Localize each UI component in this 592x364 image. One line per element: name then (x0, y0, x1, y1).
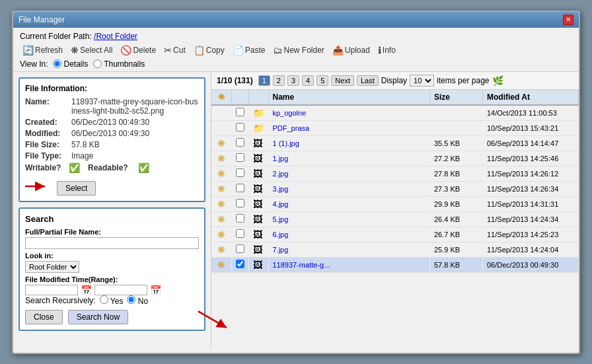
col-name-header[interactable]: Name (268, 90, 430, 105)
select-button[interactable]: Select (57, 181, 96, 196)
view-details-radio[interactable] (53, 59, 61, 68)
row-snowflake-icon[interactable]: ❋ (217, 138, 225, 149)
row-checkbox-cell[interactable] (231, 135, 248, 151)
next-page-button[interactable]: Next (331, 75, 354, 86)
row-checkbox[interactable] (236, 168, 244, 177)
row-checkbox-cell[interactable] (231, 120, 248, 135)
row-snowflake-icon[interactable]: ❋ (217, 260, 225, 270)
row-size-cell: 57.8 KB (430, 257, 483, 272)
title-bar: File Manager ✕ (13, 12, 579, 28)
recursive-yes-radio[interactable] (100, 295, 108, 304)
row-name-cell[interactable]: 4.jpg (268, 196, 430, 211)
view-thumbnails-label[interactable]: Thumbnails (93, 59, 145, 69)
row-checkbox[interactable] (236, 138, 244, 147)
row-checkbox[interactable] (236, 260, 244, 268)
file-info-box: File Information: Name: 118937-matte-gre… (18, 77, 205, 202)
row-checkbox[interactable] (236, 244, 244, 253)
refresh-button[interactable]: 🔄 Refresh (20, 44, 65, 57)
view-details-label[interactable]: Details (53, 59, 88, 69)
row-snowflake-icon[interactable]: ❋ (217, 244, 225, 255)
row-checkbox-cell[interactable] (231, 166, 248, 181)
filename-input[interactable] (25, 237, 199, 249)
view-thumbnails-radio[interactable] (93, 59, 102, 68)
col-modified-header[interactable]: Modified At (483, 90, 579, 105)
row-action-cell: ❋ (211, 166, 231, 181)
delete-button[interactable]: 🚫 Delete (118, 44, 159, 57)
row-name-cell[interactable]: 2.jpg (268, 166, 430, 181)
row-snowflake-icon[interactable]: ❋ (217, 199, 225, 209)
selectall-icon: ❋ (71, 45, 79, 55)
row-action-cell (211, 120, 231, 135)
recursive-no-radio[interactable] (127, 295, 135, 304)
image-icon: 🖼 (253, 260, 262, 270)
row-checkbox[interactable] (236, 153, 244, 162)
recursive-row: Search Recursively: Yes No (25, 295, 199, 306)
row-checkbox-cell[interactable] (231, 105, 248, 121)
page-2-button[interactable]: 2 (273, 75, 285, 86)
row-checkbox[interactable] (236, 229, 244, 238)
row-icon-cell: 🖼 (248, 242, 268, 257)
page-3-button[interactable]: 3 (287, 75, 299, 86)
paste-button[interactable]: 📄 Paste (230, 44, 268, 57)
date-from-input[interactable] (25, 285, 78, 295)
row-checkbox-cell[interactable] (231, 257, 248, 272)
close-dialog-button[interactable]: ✕ (563, 15, 574, 25)
select-all-button[interactable]: ❋ Select All (68, 44, 115, 57)
info-button[interactable]: ℹ Info (375, 44, 398, 57)
arrow-right-indicator (25, 180, 52, 193)
row-name-cell[interactable]: 1 (1).jpg (268, 135, 430, 151)
row-checkbox[interactable] (236, 199, 244, 207)
row-checkbox-cell[interactable] (231, 196, 248, 211)
row-name-cell[interactable]: 7.jpg (268, 242, 430, 257)
row-snowflake-icon[interactable]: ❋ (217, 229, 225, 240)
row-snowflake-icon[interactable]: ❋ (217, 168, 225, 179)
right-panel: 1/10 (131) 1 2 3 4 5 Next Last Display 1… (211, 72, 579, 349)
cal-icon-right[interactable]: 📅 (150, 285, 161, 295)
items-per-page-select[interactable]: 10 20 50 (410, 75, 434, 87)
row-name-cell[interactable]: kp_ogolne (268, 105, 430, 121)
row-checkbox[interactable] (236, 108, 244, 116)
recursive-no-label[interactable]: No (127, 295, 148, 306)
copy-button[interactable]: 📋 Copy (191, 44, 227, 57)
upload-button[interactable]: 📤 Upload (330, 44, 373, 57)
lookin-select[interactable]: Root Folder (25, 261, 79, 273)
row-checkbox-cell[interactable] (231, 151, 248, 166)
row-checkbox-cell[interactable] (231, 181, 248, 196)
row-checkbox[interactable] (236, 184, 244, 192)
search-now-button[interactable]: Search Now (68, 310, 128, 324)
row-snowflake-icon[interactable]: ❋ (217, 214, 225, 225)
recursive-yes-label[interactable]: Yes (100, 295, 124, 306)
col-check-header (231, 90, 248, 105)
row-checkbox-cell[interactable] (231, 242, 248, 257)
row-name-cell[interactable]: 5.jpg (268, 211, 430, 227)
page-1-button[interactable]: 1 (258, 75, 270, 86)
new-folder-button[interactable]: 🗂 New Folder (270, 44, 326, 57)
search-close-button[interactable]: Close (25, 310, 63, 324)
last-page-button[interactable]: Last (357, 75, 379, 86)
size-value: 57.8 KB (71, 140, 100, 149)
row-checkbox-cell[interactable] (231, 227, 248, 242)
date-to-input[interactable] (94, 285, 147, 295)
row-checkbox-cell[interactable] (231, 211, 248, 227)
row-checkbox[interactable] (236, 123, 244, 131)
row-checkbox[interactable] (236, 214, 244, 223)
row-name-cell[interactable]: 3.jpg (268, 181, 430, 196)
row-name-cell[interactable]: 1.jpg (268, 151, 430, 166)
cut-button[interactable]: ✂ Cut (161, 44, 188, 57)
row-modified-cell: 11/Sep/2013 14:26:34 (483, 181, 579, 196)
row-size-cell (430, 120, 483, 135)
row-action-cell: ❋ (211, 242, 231, 257)
row-name-cell[interactable]: 6.jpg (268, 227, 430, 242)
page-4-button[interactable]: 4 (302, 75, 314, 86)
row-snowflake-icon[interactable]: ❋ (217, 153, 225, 164)
image-icon: 🖼 (253, 168, 262, 179)
row-name-cell[interactable]: PDF_prasa (268, 120, 430, 135)
folder-path-link[interactable]: /Root Folder (94, 32, 137, 41)
col-size-header[interactable]: Size (430, 90, 483, 105)
cut-icon: ✂ (164, 45, 172, 55)
row-name-cell[interactable]: 118937-matte-g... (268, 257, 430, 272)
row-snowflake-icon[interactable]: ❋ (217, 184, 225, 194)
page-5-button[interactable]: 5 (316, 75, 328, 86)
created-row: Created: 06/Dec/2013 00:49:30 (25, 118, 199, 127)
cal-icon-left[interactable]: 📅 (81, 285, 92, 295)
